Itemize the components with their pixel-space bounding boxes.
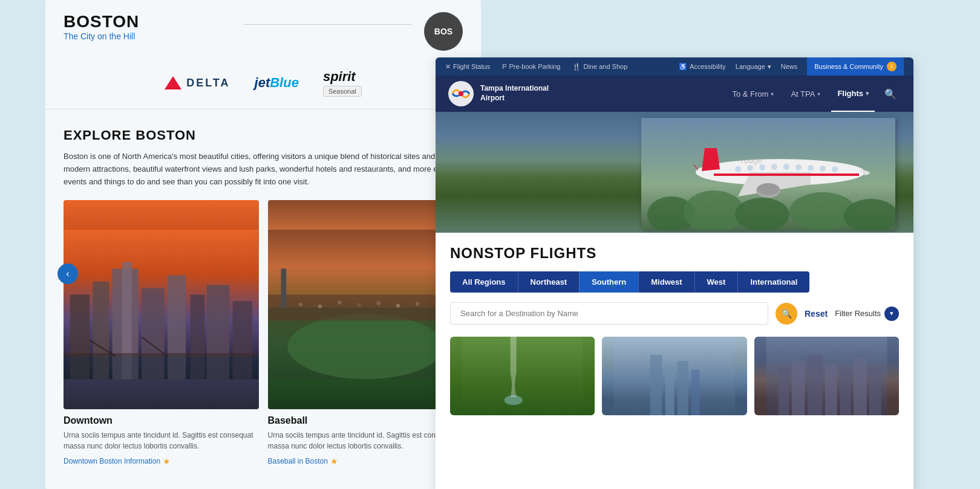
tampa-logo[interactable]: Tampa International Airport [448,80,549,107]
svg-rect-57 [778,367,789,415]
svg-point-37 [735,166,741,172]
svg-rect-58 [791,361,805,415]
destination-cards [450,337,899,415]
airlines-row: DELTA jetBlue spirit Seasonal [45,57,481,109]
svg-rect-54 [678,361,688,415]
svg-rect-53 [665,367,675,415]
tab-midwest[interactable]: Midwest [638,271,694,293]
tampa-topbar: ✕ Flight Status P Pre-book Parking 🍴 Din… [436,57,913,76]
svg-rect-18 [281,269,286,308]
nonstop-title: NONSTOP FLIGHTS [450,245,899,262]
tampa-hero: rouge [436,112,913,233]
svg-point-45 [832,166,838,172]
language-item[interactable]: Language ▾ [736,63,771,71]
dine-shop-item[interactable]: 🍴 Dine and Shop [572,63,627,71]
accessibility-label: Accessibility [690,63,726,70]
baseball-title: Baseball [268,415,463,426]
dine-shop-icon: 🍴 [572,63,581,71]
svg-rect-63 [869,367,881,415]
dine-shop-label: Dine and Shop [583,63,627,70]
jetblue-text: jetBlue [255,75,299,90]
tampa-logo-line2: Airport [480,94,549,103]
tampa-logo-icon [448,80,474,107]
svg-point-40 [771,164,777,170]
svg-rect-62 [853,358,866,415]
svg-point-26 [416,302,419,306]
nav-at-tpa-label: At TPA [791,89,815,99]
svg-rect-13 [64,357,259,380]
dest-card-1[interactable] [450,337,595,415]
nonstop-section: NONSTOP FLIGHTS All Regions Northeast So… [436,233,913,427]
boston-title: BOSTON [64,12,232,31]
downtown-image [64,200,259,409]
downtown-link[interactable]: Downtown Boston Information ★ [64,456,259,466]
tampa-nav-items: To & From ▾ At TPA ▾ Flights ▾ 🔍 [726,76,901,112]
svg-point-16 [287,314,443,380]
svg-text:rouge: rouge [741,155,763,165]
delta-triangle-icon [165,76,181,89]
baseball-link-text: Baseball in Boston [268,457,328,465]
nav-to-from[interactable]: To & From ▾ [726,76,780,112]
svg-point-21 [318,305,321,308]
svg-point-44 [820,166,826,172]
baseball-link[interactable]: Baseball in Boston ★ [268,456,463,466]
nav-to-from-chevron: ▾ [771,91,774,97]
baseball-stadium-svg [268,200,463,409]
dest-card-3[interactable] [754,337,899,415]
svg-rect-10 [64,354,259,357]
dest-card-2[interactable] [602,337,746,415]
tampa-logo-line1: Tampa International [480,84,549,94]
svg-point-29 [459,91,463,96]
language-label: Language [736,63,765,70]
tab-west[interactable]: West [694,271,738,293]
downtown-title: Downtown [64,415,259,426]
downtown-desc: Urna sociis tempus ante tincidunt id. Sa… [64,430,259,452]
hero-plane-svg: rouge [641,118,895,230]
search-button[interactable]: 🔍 [776,303,797,325]
business-badge: ! [887,62,897,71]
svg-point-39 [759,164,765,170]
nav-flights[interactable]: Flights ▾ [831,76,875,112]
flight-status-item[interactable]: ✕ Flight Status [445,63,490,71]
tab-northeast[interactable]: Northeast [518,271,580,293]
accessibility-item[interactable]: ♿ Accessibility [679,63,726,71]
svg-point-22 [338,301,341,305]
parking-icon: P [502,63,506,70]
news-item[interactable]: News [781,63,798,70]
svg-point-47 [757,183,779,195]
filter-chevron-icon: ▾ [884,306,899,321]
svg-rect-55 [691,370,700,415]
svg-rect-59 [807,355,822,415]
baseball-card: Baseball Urna sociis tempus ante tincidu… [268,200,463,409]
delta-logo: DELTA [165,76,230,89]
boston-panel: BOSTON The City on the Hill BOS DELTA je… [45,0,481,489]
parking-item[interactable]: P Pre-book Parking [502,63,560,70]
tampa-logo-text: Tampa International Airport [480,84,549,103]
svg-point-38 [747,165,753,171]
tab-southern[interactable]: Southern [579,271,638,293]
svg-point-42 [795,164,802,170]
business-community-item[interactable]: Business & Community ! [807,57,904,76]
downtown-card: Downtown Urna sociis tempus ante tincidu… [64,200,259,409]
nav-at-tpa[interactable]: At TPA ▾ [785,76,826,112]
spirit-area: spirit Seasonal [323,69,362,97]
topbar-left: ✕ Flight Status P Pre-book Parking 🍴 Din… [445,63,627,71]
destination-search-input[interactable] [450,302,768,325]
filter-tabs: All Regions Northeast Southern Midwest W… [450,271,899,293]
svg-point-23 [357,303,361,307]
svg-point-24 [376,302,380,305]
tab-all-regions[interactable]: All Regions [450,271,518,293]
spirit-logo: spirit [323,69,362,85]
delta-text: DELTA [186,77,230,89]
svg-rect-61 [840,370,851,415]
filter-results-button[interactable]: Filter Results ▾ [835,306,899,321]
parking-label: Pre-book Parking [509,63,560,70]
svg-rect-17 [268,295,463,321]
language-chevron-icon: ▾ [768,63,771,71]
svg-point-25 [396,304,399,308]
tab-international[interactable]: International [737,271,809,293]
nav-search-button[interactable]: 🔍 [880,88,901,100]
flight-status-icon: ✕ [445,63,451,71]
reset-button[interactable]: Reset [805,309,828,319]
baseball-desc: Urna sociis tempus ante tincidunt id. Sa… [268,430,463,452]
